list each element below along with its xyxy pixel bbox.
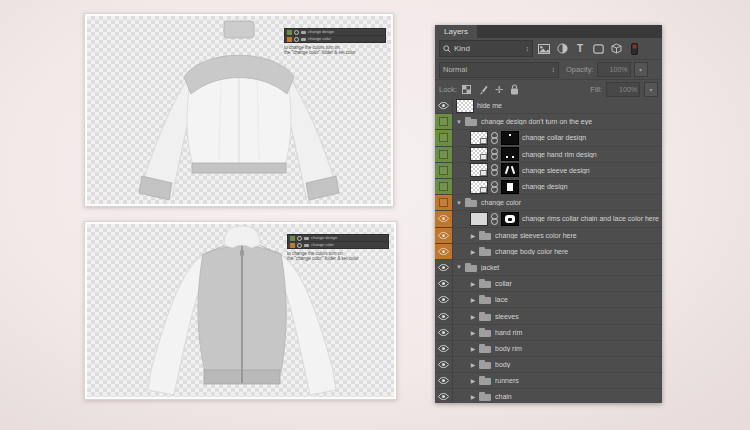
filter-pixel-layers-icon[interactable] [537,42,551,56]
filter-kind-dropdown[interactable]: Kind ↕ [439,40,533,57]
layer-name[interactable]: runners [495,377,521,384]
lock-image-pixels-brush-icon[interactable] [477,84,489,96]
visibility-toggle[interactable] [435,163,453,178]
layer-name[interactable]: chain [495,393,514,400]
expand-caret-icon[interactable]: ▶ [470,377,476,384]
opacity-value[interactable]: 100% [597,62,631,77]
layer-name[interactable]: body rim [495,345,524,352]
layer-row[interactable]: ▶ body [435,357,662,373]
visibility-toggle[interactable] [435,195,453,210]
expand-caret-icon[interactable]: ▶ [470,393,476,400]
layer-row[interactable]: change design [435,179,662,195]
expand-caret-icon[interactable]: ▶ [470,313,476,320]
lock-transparent-pixels-icon[interactable] [461,84,473,96]
layer-row[interactable]: ▼ change color [435,195,662,211]
expand-caret-icon[interactable]: ▶ [470,248,476,255]
layer-row-content[interactable]: ▶ hand rim [453,325,662,340]
visibility-toggle[interactable] [435,325,453,340]
layer-row-content[interactable]: ▼ jacket [453,260,662,275]
layer-row[interactable]: ▶ sleeves [435,308,662,324]
layer-mask-thumbnail[interactable] [501,147,519,161]
layer-mask-thumbnail[interactable] [501,212,519,226]
blend-mode-dropdown[interactable]: Normal ↕ [439,62,559,78]
layer-row-content[interactable]: change sleeve design [453,163,662,178]
expand-caret-icon[interactable]: ▼ [456,200,462,206]
layer-row-content[interactable]: change hand rim design [453,147,662,162]
layer-name[interactable]: change color [481,199,523,206]
layer-row-content[interactable]: hide me [453,98,662,113]
layer-name[interactable]: sleeves [495,313,521,320]
visibility-toggle[interactable] [435,276,453,291]
layer-row[interactable]: ▶ body rim [435,341,662,357]
layer-row[interactable]: ▶ collar [435,276,662,292]
expand-caret-icon[interactable]: ▶ [470,296,476,303]
visibility-toggle[interactable] [435,244,453,259]
fill-dropdown-arrow[interactable]: ▾ [644,82,658,97]
layer-row-content[interactable]: ▶ body [453,357,662,372]
layer-row-content[interactable]: ▶ body rim [453,341,662,356]
layer-mask-thumbnail[interactable] [501,180,519,194]
layer-thumbnail[interactable] [470,163,488,177]
filter-adjustment-layers-icon[interactable] [555,42,569,56]
layer-name[interactable]: hide me [477,102,504,109]
fill-value[interactable]: 100% [606,82,640,97]
visibility-toggle[interactable] [435,179,453,194]
layer-row[interactable]: change collar design [435,130,662,146]
layer-row-content[interactable]: change design [453,179,662,194]
layer-row[interactable]: change rims collar chain and lace color … [435,211,662,227]
layer-thumbnail[interactable] [470,180,488,194]
layer-row-content[interactable]: ▼ change color [453,195,662,210]
layer-mask-thumbnail[interactable] [501,131,519,145]
opacity-dropdown-arrow[interactable]: ▾ [634,62,648,77]
visibility-toggle[interactable] [435,308,453,323]
layer-thumbnail[interactable] [470,147,488,161]
visibility-toggle[interactable] [435,211,453,226]
expand-caret-icon[interactable]: ▶ [470,232,476,239]
layer-row-content[interactable]: ▶ collar [453,276,662,291]
layer-name[interactable]: change collar design [522,134,588,141]
expand-caret-icon[interactable]: ▶ [470,329,476,336]
visibility-toggle[interactable] [435,147,453,162]
layer-row[interactable]: ▶ change sleeves color here [435,228,662,244]
layer-mask-thumbnail[interactable] [501,163,519,177]
layer-row-content[interactable]: ▶ lace [453,292,662,307]
layer-name[interactable]: jacket [481,264,501,271]
layer-thumbnail[interactable] [456,99,474,113]
visibility-toggle[interactable] [435,260,453,275]
expand-caret-icon[interactable]: ▼ [456,119,462,125]
visibility-toggle[interactable] [435,341,453,356]
layer-name[interactable]: collar [495,280,514,287]
layer-name[interactable]: change design [522,183,570,190]
visibility-toggle[interactable] [435,292,453,307]
visibility-toggle[interactable] [435,98,453,113]
layer-name[interactable]: change sleeves color here [495,232,579,239]
visibility-toggle[interactable] [435,114,453,129]
filter-type-layers-icon[interactable]: T [573,42,587,56]
tab-layers[interactable]: Layers [435,25,477,38]
expand-caret-icon[interactable]: ▶ [470,345,476,352]
layer-row-content[interactable]: ▶ chain [453,389,662,403]
expand-caret-icon[interactable]: ▼ [456,264,462,270]
layer-row-content[interactable]: ▶ change sleeves color here [453,228,662,243]
visibility-toggle[interactable] [435,373,453,388]
layer-name[interactable]: change body color here [495,248,570,255]
layer-row-content[interactable]: change rims collar chain and lace color … [453,211,662,226]
layer-row[interactable]: ▶ hand rim [435,325,662,341]
layer-name[interactable]: hand rim [495,329,524,336]
layer-row[interactable]: hide me [435,98,662,114]
layer-row-content[interactable]: ▶ change body color here [453,244,662,259]
expand-caret-icon[interactable]: ▶ [470,361,476,368]
filter-smart-objects-icon[interactable] [609,42,623,56]
layer-name[interactable]: body [495,361,512,368]
fill-layer-thumbnail[interactable] [470,212,488,226]
layer-row-content[interactable]: ▶ runners [453,373,662,388]
lock-all-padlock-icon[interactable] [509,84,521,96]
layer-row[interactable]: ▶ runners [435,373,662,389]
visibility-toggle[interactable] [435,357,453,372]
lock-position-move-icon[interactable]: ✛ [493,84,505,96]
visibility-toggle[interactable] [435,389,453,403]
visibility-toggle[interactable] [435,228,453,243]
layer-row[interactable]: ▼ change design don't turn on the eye [435,114,662,130]
layer-row[interactable]: change hand rim design [435,147,662,163]
filter-toggle-switch[interactable] [627,42,641,56]
